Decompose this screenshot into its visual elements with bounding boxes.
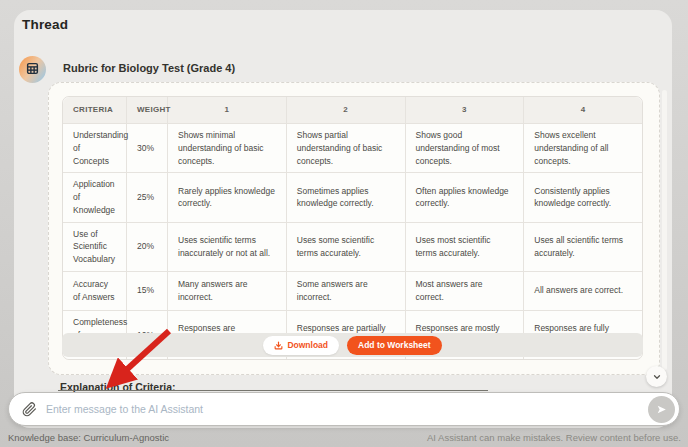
download-label: Download bbox=[287, 340, 328, 350]
cell-level: Uses scientific terms inaccurately or no… bbox=[167, 222, 286, 271]
cell-level: Shows partial understanding of basic con… bbox=[286, 123, 405, 172]
column-header: 2 bbox=[286, 97, 405, 123]
card-scrollbar[interactable] bbox=[662, 90, 667, 370]
cell-criteria: Use of Scientific Vocabulary bbox=[63, 222, 126, 271]
cell-level: Shows minimal understanding of basic con… bbox=[167, 123, 286, 172]
red-annotation-arrow bbox=[90, 324, 190, 398]
add-to-worksheet-label: Add to Worksheet bbox=[358, 340, 431, 350]
message-input[interactable] bbox=[46, 403, 648, 415]
cell-level: Uses some scientific terms accurately. bbox=[286, 222, 405, 271]
cell-level: Some answers are incorrect. bbox=[286, 271, 405, 310]
disclaimer-text: AI Assistant can make mistakes. Review c… bbox=[427, 432, 681, 443]
cell-criteria: Accuracy of Answers bbox=[63, 271, 126, 310]
page-title: Thread bbox=[22, 17, 68, 32]
cell-level: Many answers are incorrect. bbox=[167, 271, 286, 310]
cell-level: All answers are correct. bbox=[523, 271, 642, 310]
paperclip-icon[interactable] bbox=[22, 402, 37, 417]
table-row: Accuracy of Answers 15% Many answers are… bbox=[63, 271, 642, 310]
column-header: 1 bbox=[167, 97, 286, 123]
cell-level: Consistently applies knowledge correctly… bbox=[523, 172, 642, 221]
cell-weight: 15% bbox=[126, 271, 167, 310]
app-screen: Thread Rubric for Biology Test (Grade 4)… bbox=[0, 0, 688, 447]
table-row: Understanding of Concepts 30% Shows mini… bbox=[63, 123, 642, 172]
cell-level: Shows good understanding of most concept… bbox=[405, 123, 524, 172]
cell-level: Often applies knowledge correctly. bbox=[405, 172, 524, 221]
assistant-avatar bbox=[19, 56, 46, 83]
cell-level: Uses all scientific terms accurately. bbox=[523, 222, 642, 271]
download-button[interactable]: Download bbox=[263, 336, 339, 355]
column-header: WEIGHT bbox=[126, 97, 167, 123]
cell-weight: 20% bbox=[126, 222, 167, 271]
table-row: Use of Scientific Vocabulary 20% Uses sc… bbox=[63, 222, 642, 271]
table-row: Application of Knowledge 25% Rarely appl… bbox=[63, 172, 642, 221]
cell-level: Shows excellent understanding of all con… bbox=[523, 123, 642, 172]
send-button[interactable] bbox=[648, 396, 675, 423]
cell-weight: 30% bbox=[126, 123, 167, 172]
send-icon bbox=[655, 403, 668, 416]
download-icon bbox=[274, 341, 283, 350]
chevron-down-icon bbox=[652, 372, 662, 382]
table-header-row: CRITERIA WEIGHT 1 2 3 4 bbox=[63, 97, 642, 123]
scroll-to-bottom-button[interactable] bbox=[646, 366, 667, 387]
knowledge-base-label: Knowledge base: Curriculum-Agnostic bbox=[8, 432, 169, 443]
rubric-table: CRITERIA WEIGHT 1 2 3 4 Understanding of… bbox=[62, 96, 643, 360]
cell-level: Rarely applies knowledge correctly. bbox=[167, 172, 286, 221]
column-header: 4 bbox=[523, 97, 642, 123]
cell-level: Most answers are correct. bbox=[405, 271, 524, 310]
cell-criteria: Application of Knowledge bbox=[63, 172, 126, 221]
column-header: 3 bbox=[405, 97, 524, 123]
cell-criteria: Understanding of Concepts bbox=[63, 123, 126, 172]
cell-level: Uses most scientific terms accurately. bbox=[405, 222, 524, 271]
column-header: CRITERIA bbox=[63, 97, 126, 123]
message-title: Rubric for Biology Test (Grade 4) bbox=[63, 62, 235, 74]
cell-level: Sometimes applies knowledge correctly. bbox=[286, 172, 405, 221]
cell-weight: 25% bbox=[126, 172, 167, 221]
table-grid-icon bbox=[26, 61, 39, 79]
add-to-worksheet-button[interactable]: Add to Worksheet bbox=[347, 336, 442, 355]
